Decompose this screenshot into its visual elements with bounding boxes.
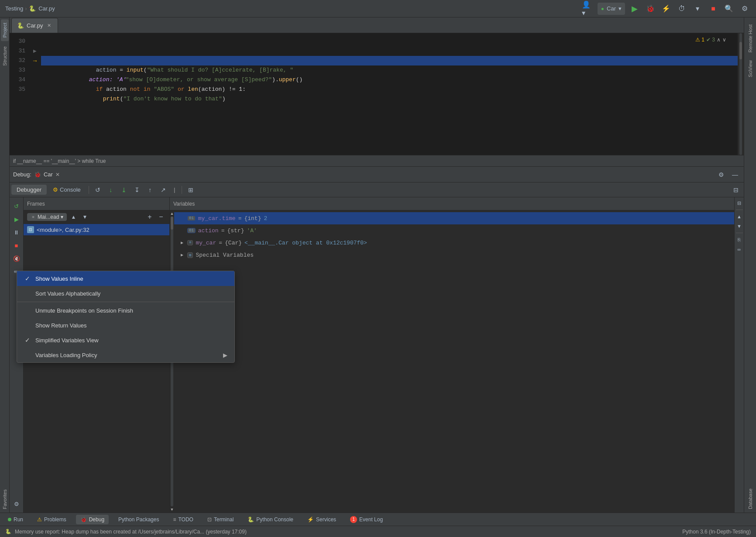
debugger-tab[interactable]: Debugger [11, 185, 47, 195]
pause-strip-btn[interactable]: ⏸ [11, 227, 22, 238]
step-out-btn[interactable]: ↑ [144, 184, 156, 196]
editor-scroll-thumb[interactable] [739, 42, 742, 59]
toolbar-sep-1 [89, 186, 89, 194]
menu-check-5: ✓ [24, 337, 31, 344]
debug-minimize-btn[interactable]: — [730, 169, 740, 180]
frames-add-btn[interactable]: + [145, 212, 155, 222]
status-bar-right: Python 3.6 (In-Depth-Testing) [682, 529, 751, 535]
breadcrumb-file: 🐍 Car.py [29, 5, 55, 12]
rp-btn-1[interactable]: ⊟ [735, 199, 743, 207]
run-button[interactable]: ▶ [629, 3, 641, 15]
var-val-0: 2 [264, 215, 267, 222]
console-tab[interactable]: ⚙Console [48, 185, 86, 195]
file-tab[interactable]: 🐍 Car.py ✕ [11, 18, 58, 33]
var-expand-3[interactable]: ▶ [179, 252, 185, 258]
variable-my_car[interactable]: ▶ ≡ my_car = {Car} <__main__.Car object … [174, 237, 734, 249]
frames-minus-btn[interactable]: − [156, 212, 166, 222]
thread-selector[interactable]: ≡ Mai...ead ▾ [27, 213, 67, 221]
rp-btn-more[interactable]: ∞ [735, 245, 743, 253]
menu-show-values-inline[interactable]: ✓ Show Values Inline [17, 271, 234, 286]
search-button[interactable]: 🔍 [723, 3, 735, 15]
layout-btn[interactable]: ⊟ [730, 184, 742, 196]
todo-tab[interactable]: ≡ TODO [168, 515, 197, 524]
var-type-badge-2: ≡ [187, 240, 193, 245]
stop-button[interactable]: ■ [707, 3, 719, 15]
debug-settings-btn[interactable]: ⚙ [716, 169, 726, 180]
debug-title: Debug: 🐞 Car ✕ [13, 171, 60, 178]
project-panel-tab[interactable]: Project [1, 19, 9, 41]
var-name-2: my_car [196, 240, 216, 246]
right-debug-strip: ⊟ ▲ ▼ ⎘ ∞ [734, 197, 744, 513]
rp-sep-2 [736, 233, 743, 233]
menu-unmute-breakpoints[interactable]: Unmute Breakpoints on Session Finish [17, 303, 234, 318]
var-type-badge-0: 01 [187, 216, 196, 221]
gutter-30 [31, 37, 39, 46]
var-eq-1: = [221, 227, 225, 234]
problems-tab[interactable]: ⚠ Problems [33, 515, 71, 524]
step-into-btn[interactable]: ⤓ [118, 184, 130, 196]
run-tab[interactable]: Run [3, 515, 27, 524]
line-numbers: 30 31 32 33 34 35 [10, 33, 31, 155]
menu-variables-loading-policy[interactable]: Variables Loading Policy ▶ [17, 348, 234, 362]
terminal-tab[interactable]: ⊡ Terminal [203, 515, 238, 524]
stop-strip-btn[interactable]: ■ [11, 240, 22, 251]
gutter-icons: ▶ → [31, 33, 39, 155]
run-config-dot: ● [601, 6, 604, 12]
user-button[interactable]: 👤 ▾ [582, 3, 594, 15]
code-area[interactable]: while True: action = input("What should … [39, 33, 738, 155]
rp-btn-copy[interactable]: ⎘ [735, 236, 743, 244]
resume-btn[interactable]: ↺ [92, 184, 104, 196]
frame-down-btn[interactable]: ▼ [80, 212, 89, 222]
run-to-cursor-btn[interactable]: ↗ [157, 184, 169, 196]
frame-item[interactable]: ⊡ <module>, Car.py:32 [24, 224, 169, 235]
coverage-dropdown[interactable]: ▾ [691, 3, 704, 15]
gutter-35 [31, 85, 39, 94]
mute-strip-btn[interactable]: 🔇 [11, 253, 22, 264]
coverage-button[interactable]: ⏱ [676, 3, 688, 15]
sciview-tab[interactable]: SciView [746, 57, 754, 81]
debug-tab[interactable]: 🐞 Debug [76, 515, 109, 524]
resume-strip-btn[interactable]: ↺ [11, 201, 22, 211]
event-log-badge: 1 [350, 516, 357, 523]
run-config-selector[interactable]: ● Car ▾ [598, 3, 625, 15]
step-over-button[interactable]: ⚡ [660, 3, 672, 15]
menu-show-return-values[interactable]: Show Return Values [17, 318, 234, 333]
rp-btn-2[interactable]: ▲ [735, 213, 743, 220]
python-packages-tab[interactable]: Python Packages [114, 515, 163, 524]
thread-name: Mai...ead [38, 214, 59, 220]
event-log-tab[interactable]: 1 Event Log [346, 514, 387, 525]
structure-panel-tab[interactable]: Structure [1, 43, 9, 69]
var-expand-2[interactable]: ▶ [179, 240, 185, 245]
remote-host-tab[interactable]: Remote Host [746, 21, 754, 56]
breadcrumb-project[interactable]: Testing [5, 5, 23, 12]
database-tab[interactable]: Database [746, 485, 754, 513]
variable-my_car_time[interactable]: 01 my_car.time = {int} 2 [174, 212, 734, 224]
python-console-tab[interactable]: 🐍 Python Console [243, 515, 298, 524]
services-tab[interactable]: ⚡ Services [303, 515, 340, 524]
step-into-my-btn[interactable]: ↧ [131, 184, 143, 196]
var-scroll-down[interactable]: ▼ [170, 506, 174, 513]
editor-breadcrumb-bar: if __name__ == '__main__' > while True [10, 155, 744, 167]
settings-strip-btn[interactable]: ⚙ [11, 499, 22, 509]
python-version[interactable]: Python 3.6 (In-Depth-Testing) [682, 529, 751, 535]
debug-button[interactable]: 🐞 [644, 3, 656, 15]
menu-sort-alphabetically[interactable]: Sort Values Alphabetically [17, 286, 234, 301]
editor-area[interactable]: ⚠ 1 ✔ 3 ∧ ∨ 30 31 32 33 34 35 ▶ [10, 33, 744, 155]
debug-close-btn[interactable]: ✕ [55, 172, 60, 178]
var-scroll-up[interactable]: ▲ [170, 210, 174, 217]
variable-special[interactable]: ▶ ⊞ Special Variables [174, 249, 734, 261]
menu-simplified-variables[interactable]: ✓ Simplified Variables View [17, 333, 234, 348]
favorites-panel-tab[interactable]: Favorites [1, 486, 9, 513]
frames-header: Frames [24, 197, 169, 210]
step-strip-btn[interactable]: ▶ [11, 214, 22, 224]
step-over-btn[interactable]: ↓ [105, 184, 117, 196]
settings-button[interactable]: ⚙ [739, 3, 751, 15]
file-tab-close[interactable]: ✕ [46, 22, 52, 29]
variables-content: ▲ ▼ 01 my_car.time [170, 210, 734, 513]
evaluate-btn[interactable]: ⊞ [185, 184, 197, 196]
frame-up-btn[interactable]: ▲ [69, 212, 78, 222]
editor-scrollbar[interactable] [738, 33, 744, 155]
var-scroll-thumb[interactable] [171, 217, 173, 230]
variable-action[interactable]: 01 action = {str} 'A' [174, 224, 734, 237]
rp-btn-3[interactable]: ▼ [735, 222, 743, 230]
